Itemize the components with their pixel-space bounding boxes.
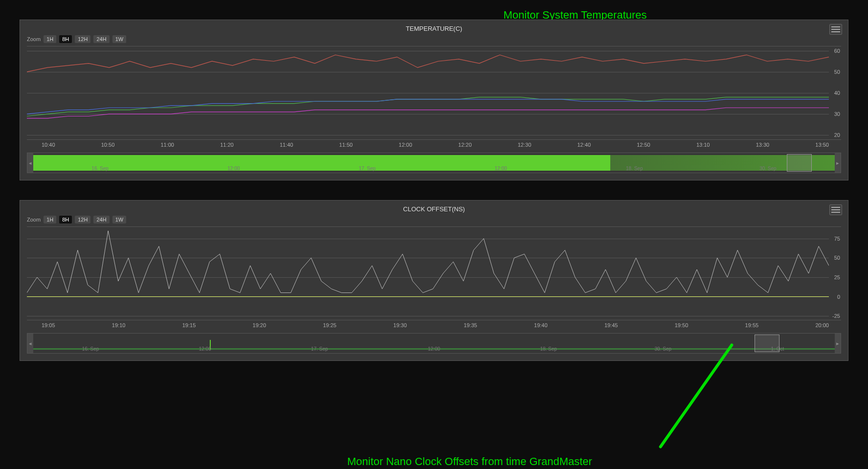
navigator-tick: 12:00 xyxy=(227,166,240,171)
navigator-tick: 17. Sep xyxy=(311,346,328,352)
zoom-option-1H[interactable]: 1H xyxy=(44,35,56,43)
x-axis-tick: 11:00 xyxy=(160,142,174,148)
x-axis-tick: 12:40 xyxy=(577,142,591,148)
x-axis-tick: 19:35 xyxy=(464,322,477,328)
zoom-label: Zoom xyxy=(27,217,41,223)
navigator-scroll-right[interactable]: ▸ xyxy=(835,334,841,353)
series-Sensor C xyxy=(27,108,829,118)
x-axis: 10:4010:5011:0011:2011:4011:5012:0012:20… xyxy=(27,140,841,148)
navigator-scroll-left[interactable]: ◂ xyxy=(27,334,33,353)
chart-menu-icon[interactable] xyxy=(829,24,842,35)
navigator[interactable]: ◂16. Sep12:0017. Sep12:0018. Sep30. Sep▸ xyxy=(27,153,841,173)
navigator-scroll-right[interactable]: ▸ xyxy=(835,153,841,173)
navigator-tick: 18. Sep xyxy=(540,346,556,352)
zoom-label: Zoom xyxy=(27,36,41,42)
x-axis-tick: 19:50 xyxy=(675,322,689,328)
x-axis: 19:0519:1019:1519:2019:2519:3019:3519:40… xyxy=(27,320,841,328)
x-axis-tick: 10:50 xyxy=(101,142,115,148)
x-axis-tick: 19:55 xyxy=(745,322,759,328)
y-axis-tick: 50 xyxy=(834,69,840,75)
navigator-scroll-left[interactable]: ◂ xyxy=(27,153,33,173)
zoom-option-1W[interactable]: 1W xyxy=(112,216,127,223)
chart-panel-temp: TEMPERATURE(C)Zoom1H8H12H24H1W2030405060… xyxy=(20,20,848,180)
series-Sensor B xyxy=(27,99,829,114)
zoom-option-1H[interactable]: 1H xyxy=(44,216,56,223)
x-axis-tick: 20:00 xyxy=(815,322,829,328)
navigator-tick: 16. Sep xyxy=(82,346,99,352)
zoom-option-24H[interactable]: 24H xyxy=(93,35,109,43)
x-axis-tick: 19:45 xyxy=(604,322,618,328)
navigator-tick: 30. Sep xyxy=(759,166,776,171)
chart-panel-clock: CLOCK OFFSET(NS)Zoom1H8H12H24H1W-2502550… xyxy=(20,200,848,361)
y-axis-tick: 60 xyxy=(834,48,840,54)
y-axis-tick: 40 xyxy=(834,90,840,96)
series-SoC / CPU xyxy=(27,55,829,72)
navigator-body[interactable]: 16. Sep12:0017. Sep12:0018. Sep30. Sep1.… xyxy=(33,334,835,353)
y-axis-tick: 25 xyxy=(834,274,840,280)
zoom-option-8H[interactable]: 8H xyxy=(59,216,72,223)
x-axis-tick: 13:10 xyxy=(696,142,710,148)
x-axis-tick: 12:30 xyxy=(518,142,532,148)
chart-menu-icon[interactable] xyxy=(829,204,842,215)
chart-plot-area[interactable]: 2030405060 xyxy=(27,46,841,140)
navigator-tick: 16. Sep xyxy=(91,166,108,171)
x-axis-tick: 12:00 xyxy=(399,142,412,148)
x-axis-tick: 19:05 xyxy=(42,322,55,328)
zoom-option-12H[interactable]: 12H xyxy=(75,35,90,43)
navigator-tick: 12:00 xyxy=(428,346,440,352)
y-axis-tick: 50 xyxy=(834,255,840,261)
zoom-option-24H[interactable]: 24H xyxy=(93,216,109,223)
navigator-handle[interactable] xyxy=(755,335,779,352)
navigator[interactable]: ◂16. Sep12:0017. Sep12:0018. Sep30. Sep1… xyxy=(27,333,841,354)
series-Sensor A xyxy=(27,97,829,116)
x-axis-tick: 19:20 xyxy=(253,322,267,328)
series-offset xyxy=(27,231,829,293)
x-axis-tick: 19:30 xyxy=(393,322,407,328)
x-axis-tick: 11:20 xyxy=(220,142,234,148)
x-axis-tick: 12:20 xyxy=(458,142,472,148)
x-axis-tick: 19:15 xyxy=(182,322,196,328)
chart-title: TEMPERATURE(C) xyxy=(27,25,841,32)
y-axis-tick: 20 xyxy=(834,132,840,138)
x-axis-tick: 13:30 xyxy=(756,142,770,148)
y-axis-tick: 30 xyxy=(834,111,840,117)
navigator-handle[interactable] xyxy=(787,154,812,172)
zoom-toolbar: Zoom1H8H12H24H1W xyxy=(27,35,841,43)
y-axis-tick: 75 xyxy=(834,236,840,242)
chart-title: CLOCK OFFSET(NS) xyxy=(27,205,841,213)
zoom-option-8H[interactable]: 8H xyxy=(59,35,72,43)
navigator-tick: 18. Sep xyxy=(626,166,643,171)
x-axis-tick: 13:50 xyxy=(815,142,829,148)
navigator-tick: 30. Sep xyxy=(655,346,671,352)
x-axis-tick: 11:40 xyxy=(280,142,293,148)
zoom-toolbar: Zoom1H8H12H24H1W xyxy=(27,216,841,223)
x-axis-tick: 11:50 xyxy=(339,142,353,148)
zoom-option-1W[interactable]: 1W xyxy=(112,35,127,43)
x-axis-tick: 19:40 xyxy=(534,322,548,328)
y-axis-tick: 0 xyxy=(837,294,840,300)
chart-plot-area[interactable]: -250255075 xyxy=(27,226,841,320)
x-axis-tick: 10:40 xyxy=(42,142,55,148)
navigator-tick: 17. Sep xyxy=(359,166,376,171)
x-axis-tick: 12:50 xyxy=(637,142,650,148)
zoom-option-12H[interactable]: 12H xyxy=(75,216,90,223)
x-axis-tick: 19:25 xyxy=(323,322,336,328)
navigator-body[interactable]: 16. Sep12:0017. Sep12:0018. Sep30. Sep xyxy=(33,153,835,173)
navigator-overview-area xyxy=(33,155,835,171)
x-axis-tick: 19:10 xyxy=(112,322,126,328)
navigator-tick: 12:00 xyxy=(199,346,211,352)
y-axis-tick: -25 xyxy=(832,313,840,319)
navigator-tick: 12:00 xyxy=(495,166,507,171)
